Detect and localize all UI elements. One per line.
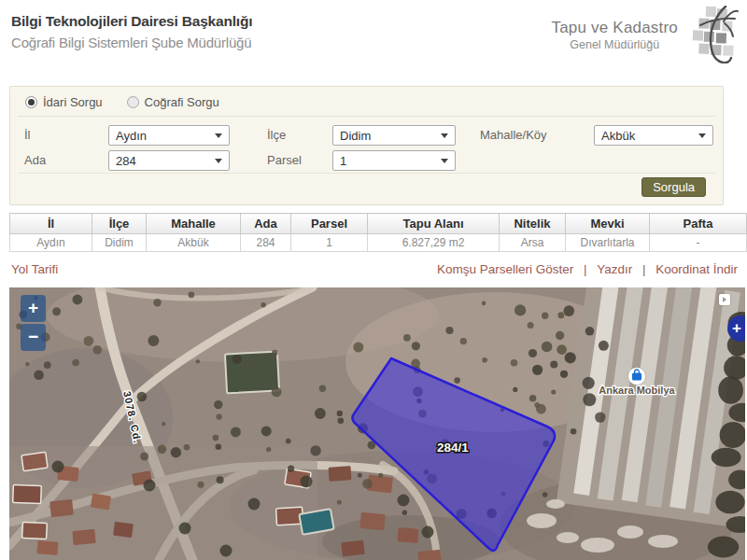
links-separator: | [642,262,646,276]
parsel-select[interactable]: 1 [332,150,456,171]
col-parsel: Parsel [291,214,368,234]
cell-pafta: - [650,234,747,252]
parsel-value: 1 [340,154,346,168]
col-ada: Ada [241,214,291,234]
zoom-in-button[interactable]: + [21,295,46,322]
parcel-number-label: 284/1 [437,441,469,455]
page-title: Bilgi Teknolojileri Dairesi Başkanlığı [11,13,252,30]
ilce-value: Didim [340,129,371,143]
shopping-bag-icon [632,373,641,381]
org-subname: Genel Müdürlüğü [551,38,678,51]
table-header-row: İl İlçe Mahalle Ada Parsel Tapu Alanı Ni… [10,214,747,234]
table-row: Aydın Didim Akbük 284 1 6.827,29 m2 Arsa… [10,234,747,252]
radio-cografi-label: Coğrafi Sorgu [145,95,219,109]
il-value: Aydın [116,129,147,143]
sorgula-button[interactable]: Sorgula [641,177,706,197]
right-links: Komşu Parselleri Göster | Yazdır | Koord… [437,262,738,276]
poi-marker[interactable] [628,368,646,385]
warehouse-complex [557,287,745,530]
col-mahalle: Mahalle [147,214,241,234]
actions-row: Yol Tarifi Komşu Parselleri Göster | Yaz… [11,262,738,276]
cell-mevki: Dıvarlıtarla [566,234,650,252]
ada-label: Ada [24,150,46,171]
department-block: Bilgi Teknolojileri Dairesi Başkanlığı C… [11,13,252,50]
radio-selected-icon [25,96,37,108]
chevron-down-icon [441,133,448,138]
cell-parsel: 1 [291,234,368,252]
map-zoom-controls: + − [21,295,46,353]
col-il: İl [10,214,92,234]
attribution-toggle[interactable] [719,294,730,305]
map-container[interactable]: 3078. Cd. 284/1 Ankara Mobilya + − + [9,287,745,560]
org-block: Tapu ve Kadastro Genel Müdürlüğü [551,6,740,63]
koordinat-indir-link[interactable]: Koordinat İndir [655,262,738,276]
cell-il: Aydın [10,234,92,252]
mahalle-label: Mahalle/Köy [480,125,547,146]
radio-unselected-icon [127,96,139,108]
cell-tapu-alani: 6.827,29 m2 [368,234,500,252]
mahalle-select[interactable]: Akbük [594,125,713,146]
col-pafta: Pafta [650,214,747,234]
col-ilce: İlçe [92,214,147,234]
col-nitelik: Nitelik [500,214,566,234]
parcel-query-page: Bilgi Teknolojileri Dairesi Başkanlığı C… [0,0,747,560]
ada-value: 284 [116,154,136,168]
chevron-down-icon [215,159,222,163]
links-separator: | [584,262,587,276]
ilce-select[interactable]: Didim [332,125,456,146]
chevron-down-icon [215,133,222,138]
il-label: İl [24,125,31,146]
result-table: İl İlçe Mahalle Ada Parsel Tapu Alanı Ni… [9,213,747,252]
radio-idari-label: İdari Sorgu [43,95,103,109]
cell-nitelik: Arsa [500,234,566,252]
il-select[interactable]: Aydın [108,125,230,146]
ilce-label: İlçe [267,125,286,146]
col-tapu-alani: Tapu Alanı [368,214,500,234]
parsel-label: Parsel [267,150,302,171]
panel-divider-top [18,116,715,117]
chevron-down-icon [441,159,448,163]
plus-icon: + [732,319,741,337]
org-name: Tapu ve Kadastro [551,19,678,37]
swimming-pool [299,509,333,535]
org-text: Tapu ve Kadastro Genel Müdürlüğü [551,19,678,51]
ada-select[interactable]: 284 [108,150,230,171]
col-mevki: Mevki [566,214,650,234]
komsu-parselleri-link[interactable]: Komşu Parselleri Göster [437,262,573,276]
query-mode-radios: İdari Sorgu Coğrafi Sorgu [25,95,219,109]
chevron-down-icon [698,133,706,138]
mahalle-value: Akbük [601,129,635,143]
zoom-out-button[interactable]: − [21,324,46,351]
panel-divider-bottom [18,173,715,174]
yazdir-link[interactable]: Yazdır [597,262,632,276]
radio-idari-sorgu[interactable]: İdari Sorgu [25,95,103,109]
query-panel: İdari Sorgu Coğrafi Sorgu İl Aydın İlçe … [9,86,724,205]
radio-cografi-sorgu[interactable]: Coğrafi Sorgu [127,95,219,109]
satellite-map: 3078. Cd. 284/1 Ankara Mobilya [9,287,745,560]
cell-mahalle: Akbük [147,234,241,252]
yol-tarifi-link[interactable]: Yol Tarifi [11,262,58,276]
cell-ilce: Didim [92,234,147,252]
poi-label: Ankara Mobilya [599,385,675,396]
tkgm-logo-icon [685,6,740,63]
page-subtitle: Coğrafi Bilgi Sistemleri Şube Müdürlüğü [11,35,252,50]
cell-ada: 284 [241,234,291,252]
